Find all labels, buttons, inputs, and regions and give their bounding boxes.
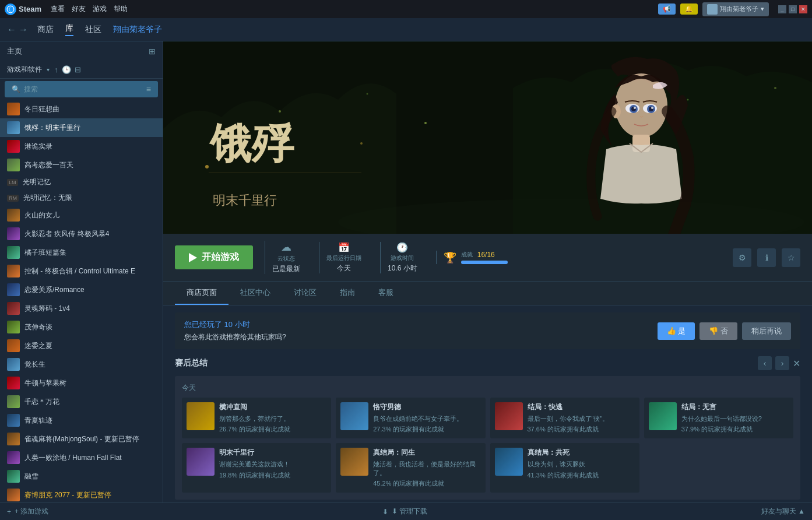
achievement-progress-bar [461, 261, 508, 264]
back-button[interactable]: ← [7, 24, 16, 35]
menu-view[interactable]: 查看 [51, 4, 65, 14]
review-played: 您已经玩了 10 小时 [184, 319, 648, 330]
achievement-grid: 横冲直闯 别管那么多，莽就行了。 26.7% 的玩家拥有此成就 恪守男德 良爷在… [182, 398, 793, 493]
download-label: ⬇ 管理下载 [392, 507, 427, 517]
section-header: 赛后总结 ‹ › ✕ [175, 356, 800, 370]
game-thumb [7, 433, 20, 445]
close-button[interactable]: ✕ [799, 5, 807, 13]
game-thumb [7, 265, 20, 277]
tab-support[interactable]: 客服 [367, 282, 405, 305]
achievement-image-2 [340, 402, 368, 430]
nav-username[interactable]: 翔由菊老爷子 [113, 24, 162, 35]
achievement-info-3: 结局：快逃 最后一刻，你令我成了"侠"。 37.6% 的玩家拥有此成就 [528, 402, 609, 434]
recent-icon[interactable]: 🕒 [62, 65, 71, 74]
lib-ctrl-icons: ↑ 🕒 ⊟ [54, 65, 81, 74]
game-item-cyberpunk[interactable]: 赛博朋克 2077 - 更新已暂停 [0, 486, 163, 503]
achievement-desc-5: 谢谢完美通关这款游戏！ [219, 460, 290, 468]
search-input[interactable] [24, 85, 143, 93]
game-item-volcano[interactable]: 火山的女儿 [0, 206, 163, 224]
achievement-section: 赛后总结 ‹ › ✕ 今天 横冲直闯 别管那么多，莽就行了。 26.7% 的玩家 [163, 356, 812, 503]
game-item-qianmi[interactable]: 千恋＊万花 [0, 392, 163, 411]
game-item-naruto[interactable]: 火影忍者 疾风传 终极风暴4 [0, 224, 163, 243]
game-item-guangming[interactable]: LM 光明记忆 [0, 174, 163, 190]
game-item-control[interactable]: 控制 - 终极合辑 / Control Ultimate E [0, 262, 163, 280]
game-list: 冬日狂想曲 饿殍：明末千里行 港诡实录 高考恋爱一百天 LM 光明记忆 [0, 100, 163, 503]
game-name: 橘子班短篇集 [24, 248, 66, 258]
user-button[interactable]: 翔由菊老爷子 ▾ [702, 2, 769, 16]
grid-icon[interactable]: ⊞ [149, 47, 156, 56]
game-item-epo[interactable]: 饿殍：明末千里行 [0, 118, 163, 137]
game-thumb [7, 489, 20, 501]
favorite-button[interactable]: ☆ [782, 248, 800, 267]
achievement-info-5: 明末千里行 谢谢完美通关这款游戏！ 19.8% 的玩家拥有此成就 [219, 448, 290, 479]
broadcast-button[interactable]: 📢 [658, 3, 676, 15]
nav-library[interactable]: 库 [65, 23, 73, 36]
notification-button[interactable]: 🔔 [680, 3, 698, 15]
nav-next-button[interactable]: › [775, 356, 789, 370]
review-later-button[interactable]: 稍后再说 [742, 322, 791, 340]
game-item-newton[interactable]: 牛顿与苹果树 [0, 374, 163, 392]
maximize-button[interactable]: □ [789, 5, 797, 13]
friends-label: 好友与聊天 ▲ [761, 507, 805, 517]
game-name: 青夏轨迹 [24, 416, 52, 426]
tab-discussion[interactable]: 讨论区 [282, 282, 328, 305]
game-item-rongxue[interactable]: 融雪 [0, 467, 163, 486]
info-button[interactable]: ℹ [757, 248, 776, 267]
nav-prev-button[interactable]: ‹ [758, 356, 772, 370]
achievement-percent-3: 37.6% 的玩家拥有此成就 [528, 425, 609, 434]
friends-chat-button[interactable]: 好友与聊天 ▲ [761, 507, 805, 517]
filter-icon[interactable]: ⊟ [75, 65, 81, 74]
review-no-button[interactable]: 👎 否 [699, 322, 737, 340]
game-item-gangui[interactable]: 港诡实录 [0, 137, 163, 156]
svg-point-5 [424, 122, 427, 124]
section-title: 赛后总结 [175, 358, 208, 368]
nav-store[interactable]: 商店 [37, 24, 54, 35]
game-item-winterrhapsody[interactable]: 冬日狂想曲 [0, 100, 163, 118]
settings-button[interactable]: ⚙ [733, 248, 751, 267]
svg-point-22 [360, 142, 363, 145]
review-yes-button[interactable]: 👍 是 [658, 322, 695, 340]
sidebar-header: 主页 ⊞ [0, 41, 163, 61]
manage-downloads-button[interactable]: ⬇ ⬇ 管理下载 [382, 507, 427, 517]
game-item-gaokao[interactable]: 高考恋爱一百天 [0, 156, 163, 174]
tab-community[interactable]: 社区中心 [229, 282, 282, 305]
game-item-mahjong[interactable]: 雀魂麻将(MahjongSoul) - 更新已暂停 [0, 430, 163, 448]
forward-button[interactable]: → [19, 24, 28, 35]
game-name: 控制 - 终极合辑 / Control Ultimate E [24, 266, 135, 276]
achievement-stat: 🏆 成就 16/16 [436, 251, 515, 264]
game-item-jue[interactable]: 觉长生 [0, 355, 163, 374]
game-item-humanfall[interactable]: 人类一败涂地 / Human Fall Flat [0, 448, 163, 467]
achievement-percent-1: 26.7% 的玩家拥有此成就 [219, 425, 290, 434]
game-item-soulchip[interactable]: 灵魂筹码 - 1v4 [0, 299, 163, 318]
nav-community[interactable]: 社区 [85, 24, 101, 35]
tab-store[interactable]: 商店页面 [175, 282, 229, 305]
svg-point-21 [205, 165, 209, 168]
game-item-summer[interactable]: 迷委之夏 [0, 336, 163, 355]
dropdown-arrow-icon[interactable]: ▾ [47, 66, 50, 73]
tab-guide[interactable]: 指南 [328, 282, 367, 305]
menu-friends[interactable]: 好友 [72, 4, 86, 14]
svg-point-7 [774, 87, 776, 89]
game-name: 港诡实录 [24, 142, 52, 152]
sort-asc-icon[interactable]: ↑ [54, 65, 58, 74]
menu-help[interactable]: 帮助 [114, 4, 128, 14]
game-thumb [7, 283, 20, 296]
game-item-romance[interactable]: 恋爱关系/Romance [0, 280, 163, 299]
menu-games[interactable]: 游戏 [93, 4, 107, 14]
svg-point-4 [367, 93, 368, 95]
add-game-button[interactable]: + + 添加游戏 [7, 507, 48, 517]
app-name: Steam [19, 5, 41, 13]
play-button[interactable]: 开始游戏 [175, 245, 253, 269]
game-thumb [7, 339, 20, 352]
game-item-qingxia[interactable]: 青夏轨迹 [0, 411, 163, 430]
minimize-button[interactable]: _ [778, 5, 786, 13]
achievement-info-4: 结局：无言 为什么她最后一句话都没说? 37.9% 的玩家拥有此成就 [681, 402, 762, 434]
game-item-maoshen[interactable]: 茂伸奇谈 [0, 318, 163, 336]
avatar [707, 4, 718, 15]
filter-options-icon[interactable]: ≡ [146, 85, 151, 94]
section-close-button[interactable]: ✕ [793, 358, 800, 369]
game-item-orange[interactable]: 橘子班短篇集 [0, 243, 163, 262]
game-thumb [7, 246, 20, 259]
game-item-guangmingwuxian[interactable]: RM 光明记忆：无限 [0, 190, 163, 206]
steam-icon [5, 3, 16, 15]
